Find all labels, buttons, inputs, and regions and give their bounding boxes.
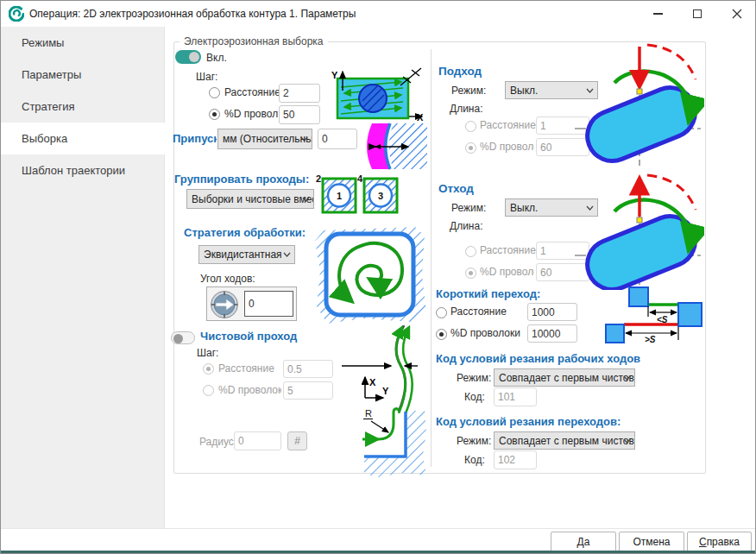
- cut-code-links-code-label: Код:: [464, 454, 485, 466]
- minimize-icon: [653, 13, 663, 15]
- approach-distance-label[interactable]: Расстояние: [480, 119, 536, 131]
- short-link-distance-label[interactable]: Расстояние: [450, 305, 507, 318]
- svg-text:>S: >S: [645, 335, 656, 343]
- chevron-down-icon: [283, 252, 291, 257]
- approach-title: Подход: [438, 65, 482, 78]
- finish-percent-label[interactable]: %D проволоки: [218, 384, 281, 396]
- cut-code-links-title: Код условий резания переходов:: [436, 415, 621, 428]
- svg-text:4: 4: [357, 173, 363, 184]
- finish-pass-illustration: X Y: [342, 325, 428, 413]
- step-distance-label[interactable]: Расстояние: [224, 86, 280, 98]
- angle-control: [206, 286, 297, 321]
- grouping-illustration: 2 1 4 3: [315, 171, 401, 217]
- short-link-title: Короткий переход:: [436, 287, 540, 300]
- svg-text:Y: Y: [382, 386, 389, 396]
- approach-mode-label: Режим:: [451, 85, 486, 97]
- step-percent-label[interactable]: %D проволок: [224, 108, 278, 120]
- svg-text:X: X: [417, 112, 424, 123]
- cut-code-work-mode-label: Режим:: [457, 372, 491, 384]
- step-label: Шаг:: [196, 71, 217, 83]
- radius-label: Радиус:: [199, 436, 236, 448]
- sidebar-item-modes[interactable]: Режимы: [1, 27, 165, 59]
- sidebar: Режимы Параметры Стратегия Выборка Шабло…: [1, 27, 165, 528]
- stock-label: Припуск: [173, 132, 217, 145]
- retract-title: Отход: [438, 182, 474, 195]
- step-distance-radio[interactable]: [209, 87, 220, 98]
- angle-input[interactable]: [244, 291, 293, 317]
- retract-distance-radio[interactable]: [465, 246, 476, 257]
- cut-code-work-code-input[interactable]: [494, 387, 537, 406]
- minimize-button[interactable]: [638, 1, 677, 27]
- finish-percent-input[interactable]: [283, 381, 333, 400]
- dialog-window: Операция: 2D электроэрозионная обработка…: [0, 0, 756, 554]
- sidebar-item-template[interactable]: Шаблон траектории: [1, 154, 165, 186]
- cut-code-work-mode-dropdown[interactable]: Совпадает с первым чистовы: [494, 368, 635, 387]
- retract-percent-label[interactable]: %D проволоки: [480, 266, 534, 278]
- stock-unit-dropdown[interactable]: мм (Относительны: [217, 129, 312, 149]
- window-bottom-accent: [1, 551, 756, 554]
- cut-code-links-code-input[interactable]: [494, 450, 537, 469]
- angle-dial-icon[interactable]: [210, 290, 239, 319]
- enable-toggle[interactable]: [175, 50, 201, 64]
- svg-text:1: 1: [337, 191, 342, 201]
- finish-distance-radio[interactable]: [203, 363, 214, 375]
- retract-length-label: Длина:: [450, 220, 482, 232]
- finish-step-label: Шаг:: [197, 347, 218, 359]
- svg-text:X: X: [369, 377, 376, 387]
- short-link-distance-input[interactable]: [527, 303, 577, 321]
- cut-code-links-mode-dropdown[interactable]: Совпадает с первым чистовы: [494, 431, 635, 450]
- step-percent-input[interactable]: [279, 105, 320, 124]
- short-link-distance-radio[interactable]: [436, 307, 447, 318]
- cut-code-work-title: Код условий резания рабочих ходов: [436, 352, 640, 365]
- cancel-button[interactable]: Отмена: [619, 532, 684, 552]
- short-link-illustration: <S >S: [605, 286, 707, 343]
- approach-percent-label[interactable]: %D проволоки: [480, 141, 534, 153]
- short-link-percent-input[interactable]: [527, 324, 577, 343]
- step-percent-radio[interactable]: [209, 109, 220, 120]
- radius-parameter-button[interactable]: #: [287, 431, 307, 450]
- finish-pass-toggle[interactable]: [171, 331, 195, 344]
- enable-label: Вкл.: [206, 52, 227, 64]
- group-passes-label: Группировать проходы:: [174, 173, 309, 186]
- svg-text:<S: <S: [657, 315, 668, 324]
- sidebar-item-parameters[interactable]: Параметры: [1, 59, 165, 91]
- sidebar-item-pocketing[interactable]: Выборка: [1, 123, 165, 154]
- chevron-down-icon: [623, 438, 631, 444]
- app-logo-icon: [9, 6, 24, 25]
- step-distance-input[interactable]: [279, 84, 320, 103]
- finish-percent-radio[interactable]: [203, 385, 214, 396]
- chevron-down-icon: [623, 375, 631, 381]
- svg-text:3: 3: [378, 191, 383, 201]
- approach-illustration: [575, 40, 704, 169]
- retract-percent-radio[interactable]: [465, 268, 476, 279]
- maximize-button[interactable]: [677, 1, 717, 27]
- retract-mode-label: Режим:: [451, 202, 486, 214]
- strategy-illustration: [312, 223, 428, 327]
- approach-percent-radio[interactable]: [465, 142, 476, 154]
- strategy-dropdown[interactable]: Эквидистантная: [198, 245, 295, 264]
- footer-divider: [1, 528, 756, 529]
- chevron-down-icon: [302, 197, 310, 202]
- approach-length-label: Длина:: [450, 103, 482, 115]
- sidebar-item-strategy[interactable]: Стратегия: [1, 91, 165, 123]
- help-button[interactable]: Справка: [687, 532, 752, 552]
- strategy-label: Стратегия обработки:: [184, 226, 306, 239]
- svg-text:Y: Y: [331, 70, 338, 80]
- short-link-percent-radio[interactable]: [436, 329, 447, 340]
- window-title: Операция: 2D электроэрозионная обработка…: [29, 8, 356, 20]
- svg-text:2: 2: [316, 173, 321, 184]
- stock-illustration: [363, 123, 427, 170]
- maximize-icon: [693, 9, 702, 18]
- stock-value-input[interactable]: [318, 129, 357, 149]
- radius-input[interactable]: [234, 431, 281, 450]
- group-passes-dropdown[interactable]: Выборки и чистовые вместе: [186, 189, 314, 209]
- ok-button[interactable]: Да: [551, 532, 616, 552]
- short-link-percent-label[interactable]: %D проволоки: [450, 327, 520, 339]
- cut-code-links-mode-label: Режим:: [457, 435, 491, 447]
- retract-distance-label[interactable]: Расстояние: [480, 244, 536, 256]
- finish-distance-input[interactable]: [283, 360, 333, 378]
- step-illustration: Y X: [327, 66, 428, 123]
- approach-distance-radio[interactable]: [465, 121, 476, 132]
- close-button[interactable]: [717, 1, 756, 27]
- finish-distance-label[interactable]: Расстояние: [218, 362, 274, 375]
